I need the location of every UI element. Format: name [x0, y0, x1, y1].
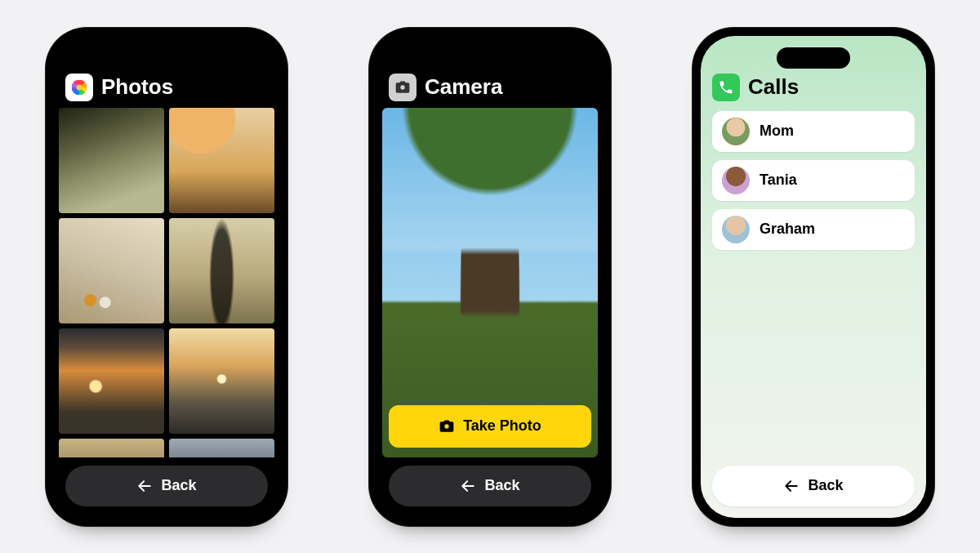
calls-app-icon — [712, 74, 740, 101]
photo-thumbnail[interactable] — [59, 218, 164, 323]
phone-icon — [718, 79, 734, 96]
camera-title: Camera — [425, 74, 502, 100]
photo-grid[interactable] — [54, 108, 279, 457]
contact-name: Tania — [760, 172, 797, 189]
back-button[interactable]: Back — [389, 466, 591, 506]
svg-point-2 — [444, 424, 448, 428]
contact-name: Mom — [760, 123, 794, 140]
dynamic-island — [777, 47, 850, 69]
take-photo-button[interactable]: Take Photo — [389, 405, 591, 448]
phone-photos: Photos Back — [46, 28, 287, 526]
contact-row[interactable]: Tania — [712, 160, 915, 201]
camera-content: Take Photo — [377, 108, 603, 457]
contacts-list: Mom Tania Graham — [701, 108, 926, 250]
contact-row[interactable]: Graham — [712, 209, 915, 250]
camera-icon — [394, 79, 411, 96]
back-label: Back — [484, 477, 519, 494]
phone-calls: Calls Mom Tania Graham — [693, 28, 934, 526]
contact-row[interactable]: Mom — [712, 111, 915, 152]
back-label: Back — [808, 477, 843, 494]
arrow-left-icon — [783, 478, 800, 494]
take-photo-label: Take Photo — [463, 417, 541, 435]
calls-back-bar: Back — [701, 457, 926, 518]
photo-thumbnail[interactable] — [169, 108, 274, 213]
phone-camera: Camera Take Photo Back — [369, 28, 611, 526]
avatar — [722, 167, 750, 194]
screen-photos: Photos Back — [54, 36, 279, 518]
photo-thumbnail[interactable] — [59, 328, 164, 434]
photos-title: Photos — [101, 74, 173, 100]
camera-app-icon — [389, 74, 416, 101]
camera-back-bar: Back — [377, 457, 603, 518]
photo-thumbnail[interactable] — [59, 439, 164, 457]
avatar — [722, 216, 750, 243]
calls-title: Calls — [748, 74, 799, 100]
screen-calls: Calls Mom Tania Graham — [701, 36, 926, 518]
calls-content: Mom Tania Graham — [701, 108, 926, 457]
photos-back-bar: Back — [54, 457, 279, 518]
dynamic-island — [130, 47, 203, 69]
dynamic-island — [453, 47, 527, 69]
svg-point-1 — [400, 85, 404, 89]
avatar — [722, 118, 750, 145]
arrow-left-icon — [136, 478, 153, 494]
photo-thumbnail[interactable] — [169, 439, 274, 457]
photo-thumbnail[interactable] — [59, 108, 164, 213]
back-button[interactable]: Back — [712, 466, 915, 506]
photos-content — [54, 108, 279, 457]
photos-flower-icon — [70, 78, 88, 96]
photo-thumbnail[interactable] — [169, 218, 274, 323]
photos-app-icon — [65, 74, 93, 101]
arrow-left-icon — [460, 478, 476, 494]
contact-name: Graham — [760, 221, 815, 238]
camera-icon — [439, 418, 455, 435]
photo-thumbnail[interactable] — [169, 328, 274, 434]
back-label: Back — [161, 477, 196, 494]
screen-camera: Camera Take Photo Back — [377, 36, 603, 518]
back-button[interactable]: Back — [65, 466, 268, 506]
